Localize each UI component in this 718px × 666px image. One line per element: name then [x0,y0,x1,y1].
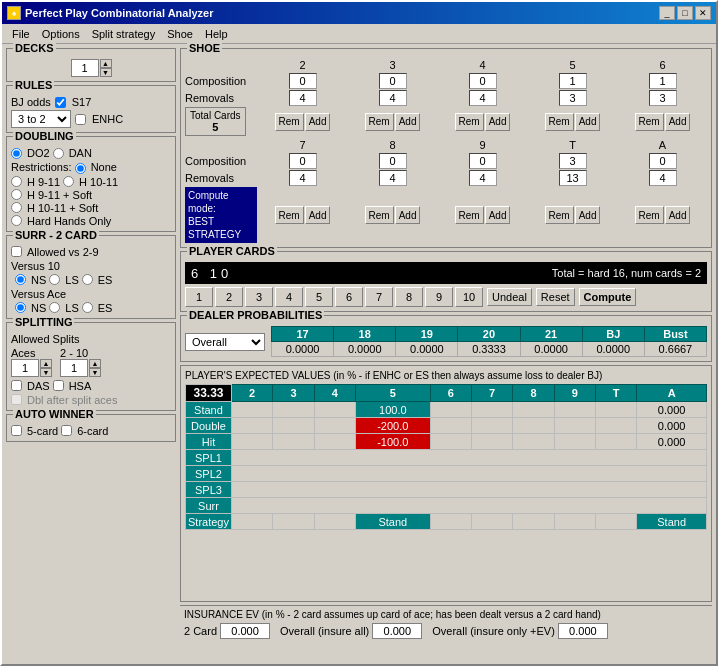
rem-btn-A[interactable]: Rem [635,206,664,224]
card-btn-7[interactable]: 7 [365,287,393,307]
shoe-rem-8[interactable] [379,170,407,186]
shoe-rem-4[interactable] [469,90,497,106]
add-btn-8[interactable]: Add [395,206,421,224]
two-ten-down-btn[interactable]: ▼ [89,368,101,377]
decks-up-button[interactable]: ▲ [100,59,112,68]
decks-input[interactable] [71,59,99,77]
overall-all-input[interactable] [372,623,422,639]
card-btn-9[interactable]: 9 [425,287,453,307]
overall-pos-input[interactable] [558,623,608,639]
add-btn-4[interactable]: Add [485,113,511,131]
add-btn-3[interactable]: Add [395,113,421,131]
dealer-probs-select[interactable]: Overall [185,333,265,351]
hsa-label: HSA [69,380,92,392]
close-button[interactable]: ✕ [695,6,711,20]
rem-btn-9[interactable]: Rem [455,206,484,224]
bj-odds-select[interactable]: 3 to 2 6 to 5 [11,110,71,128]
rem-btn-4[interactable]: Rem [455,113,484,131]
undeal-button[interactable]: Undeal [487,288,532,306]
aces-input[interactable] [11,359,39,377]
das-checkbox[interactable] [11,380,22,391]
surrace-es-radio[interactable] [82,302,93,313]
shoe-comp-4[interactable] [469,73,497,89]
surr10-es-radio[interactable] [82,274,93,285]
shoe-comp-7[interactable] [289,153,317,169]
compute-button[interactable]: Compute [579,288,637,306]
ev-strat-5: Stand [355,514,430,530]
add-btn-2[interactable]: Add [305,113,331,131]
shoe-comp-2[interactable] [289,73,317,89]
shoe-rem-2[interactable] [289,90,317,106]
rem-btn-5[interactable]: Rem [545,113,574,131]
card-btn-8[interactable]: 8 [395,287,423,307]
card-btn-2[interactable]: 2 [215,287,243,307]
restriction-h1011-radio[interactable] [63,176,74,187]
s17-checkbox[interactable] [55,97,66,108]
shoe-comp-5[interactable] [559,73,587,89]
decks-down-button[interactable]: ▼ [100,68,112,77]
restriction-h911-radio[interactable] [11,176,22,187]
rem-btn-2[interactable]: Rem [275,113,304,131]
menu-options[interactable]: Options [36,27,86,41]
card-btn-10[interactable]: 10 [455,287,483,307]
prob-val-bj: 0.0000 [582,342,644,357]
shoe-comp-6[interactable] [649,73,677,89]
add-btn-7[interactable]: Add [305,206,331,224]
restriction-h1011soft-radio[interactable] [11,202,22,213]
surrace-ls-radio[interactable] [49,302,60,313]
shoe-rem-A[interactable] [649,170,677,186]
add-btn-5[interactable]: Add [575,113,601,131]
card-btn-3[interactable]: 3 [245,287,273,307]
surr10-ls-radio[interactable] [49,274,60,285]
two-ten-input[interactable] [60,359,88,377]
rem-btn-6[interactable]: Rem [635,113,664,131]
rem-btn-T[interactable]: Rem [545,206,574,224]
restriction-hardonly-radio[interactable] [11,215,22,226]
card-btn-4[interactable]: 4 [275,287,303,307]
card-btn-1[interactable]: 1 [185,287,213,307]
restriction-h911soft-radio[interactable] [11,189,22,200]
card-btn-6[interactable]: 6 [335,287,363,307]
card-btn-5[interactable]: 5 [305,287,333,307]
menu-split-strategy[interactable]: Split strategy [86,27,162,41]
menu-help[interactable]: Help [199,27,234,41]
rem-btn-3[interactable]: Rem [365,113,394,131]
minimize-button[interactable]: _ [659,6,675,20]
add-btn-9[interactable]: Add [485,206,511,224]
dan-radio[interactable] [53,148,64,159]
shoe-rem-6[interactable] [649,90,677,106]
shoe-comp-3[interactable] [379,73,407,89]
shoe-comp-8[interactable] [379,153,407,169]
shoe-rem-T[interactable] [559,170,587,186]
two-card-input[interactable] [220,623,270,639]
shoe-rem-3[interactable] [379,90,407,106]
surr-allowed-checkbox[interactable] [11,246,22,257]
aces-up-btn[interactable]: ▲ [40,359,52,368]
maximize-button[interactable]: □ [677,6,693,20]
rem-btn-8[interactable]: Rem [365,206,394,224]
reset-button[interactable]: Reset [536,288,575,306]
dbl-after-split-aces-checkbox[interactable] [11,394,22,405]
aces-down-btn[interactable]: ▼ [40,368,52,377]
shoe-comp-A[interactable] [649,153,677,169]
do2-radio[interactable] [11,148,22,159]
shoe-rem-5[interactable] [559,90,587,106]
hsa-checkbox[interactable] [53,380,64,391]
surr10-ns-radio[interactable] [15,274,26,285]
add-btn-6[interactable]: Add [665,113,691,131]
restriction-none-radio[interactable] [75,163,86,174]
shoe-rem-7[interactable] [289,170,317,186]
enhc-checkbox[interactable] [75,114,86,125]
menu-shoe[interactable]: Shoe [161,27,199,41]
two-ten-up-btn[interactable]: ▲ [89,359,101,368]
surrace-ns-radio[interactable] [15,302,26,313]
add-btn-T[interactable]: Add [575,206,601,224]
shoe-rem-9[interactable] [469,170,497,186]
shoe-comp-9[interactable] [469,153,497,169]
five-card-checkbox[interactable] [11,425,22,436]
rem-btn-7[interactable]: Rem [275,206,304,224]
add-btn-A[interactable]: Add [665,206,691,224]
six-card-checkbox[interactable] [61,425,72,436]
shoe-comp-T[interactable] [559,153,587,169]
menu-file[interactable]: File [6,27,36,41]
